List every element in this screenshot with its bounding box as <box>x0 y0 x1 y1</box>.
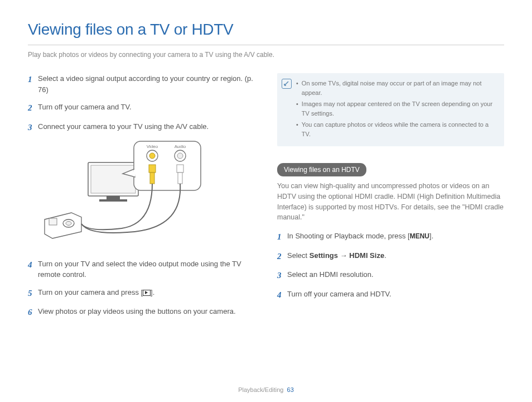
diagram-video-label: Video <box>147 144 158 149</box>
svg-rect-13 <box>150 173 154 184</box>
note-list: On some TVs, digital noise may occur or … <box>296 79 497 141</box>
step-number: 2 <box>28 102 38 114</box>
page-subtitle: Play back photos or videos by connecting… <box>28 50 504 60</box>
hdtv-step-4: 4 Turn off your camera and HDTV. <box>277 289 504 302</box>
diagram-audio-label: Audio <box>175 144 186 149</box>
step-text: View photos or play videos using the but… <box>38 306 255 319</box>
note-item: On some TVs, digital noise may occur or … <box>296 79 497 97</box>
menu-label: MENU <box>410 232 429 240</box>
hdtv-intro-text: You can view high-quality and uncompress… <box>277 181 504 223</box>
step-text: Select Settings → HDMI Size. <box>287 250 504 263</box>
av-steps: 1 Select a video signal output according… <box>28 73 255 133</box>
svg-rect-3 <box>99 199 127 202</box>
av-connection-diagram: Video Audio <box>38 140 255 250</box>
step-number: 3 <box>28 121 38 134</box>
svg-rect-14 <box>177 165 183 173</box>
step-text: Turn off your camera and TV. <box>38 102 255 114</box>
left-column: 1 Select a video signal output according… <box>28 73 255 326</box>
step-5: 5 Turn on your camera and press []. <box>28 287 255 300</box>
svg-point-11 <box>177 153 183 159</box>
svg-rect-1 <box>91 165 136 193</box>
content-columns: 1 Select a video signal output according… <box>28 73 504 326</box>
step-6: 6 View photos or play videos using the b… <box>28 306 255 319</box>
hdtv-step-1: 1 In Shooting or Playback mode, press [M… <box>277 231 504 243</box>
note-item: Images may not appear centered on the TV… <box>296 99 497 118</box>
step-text: Turn off your camera and HDTV. <box>287 289 504 302</box>
step-number: 5 <box>28 287 38 300</box>
hdtv-steps: 1 In Shooting or Playback mode, press [M… <box>277 231 504 301</box>
step-text: Select an HDMI resolution. <box>287 269 504 282</box>
title-divider <box>28 45 504 45</box>
page-title: Viewing files on a TV or HDTV <box>28 18 504 41</box>
svg-rect-12 <box>149 165 156 173</box>
playback-icon <box>143 290 151 296</box>
step-3: 3 Connect your camera to your TV using t… <box>28 121 255 134</box>
svg-rect-2 <box>107 196 120 199</box>
svg-rect-15 <box>178 173 182 184</box>
step-1: 1 Select a video signal output according… <box>28 73 255 95</box>
page-number: 63 <box>287 386 294 393</box>
av-steps-continued: 4 Turn on your TV and select the video o… <box>28 259 255 319</box>
hdtv-section-heading: Viewing files on an HDTV <box>277 163 366 176</box>
svg-rect-7 <box>134 141 201 190</box>
step-text: In Shooting or Playback mode, press [MEN… <box>287 231 504 243</box>
step-number: 3 <box>277 269 287 282</box>
svg-point-5 <box>66 222 71 226</box>
right-column: On some TVs, digital noise may occur or … <box>277 73 504 326</box>
step-text: Turn on your TV and select the video out… <box>38 259 255 280</box>
step-number: 4 <box>28 259 38 280</box>
hdtv-step-2: 2 Select Settings → HDMI Size. <box>277 250 504 263</box>
step-text: Select a video signal output according t… <box>38 73 255 95</box>
step-number: 2 <box>277 250 287 263</box>
step-number: 6 <box>28 306 38 319</box>
note-item: You can capture photos or videos while t… <box>296 120 497 138</box>
step-4: 4 Turn on your TV and select the video o… <box>28 259 255 280</box>
svg-point-9 <box>149 153 155 159</box>
page-footer: Playback/Editing 63 <box>0 385 532 395</box>
step-number: 4 <box>277 289 287 302</box>
svg-rect-6 <box>49 218 57 225</box>
note-callout: On some TVs, digital noise may occur or … <box>277 73 504 146</box>
step-number: 1 <box>28 73 38 95</box>
note-icon-wrap <box>282 79 292 141</box>
step-text: Turn on your camera and press []. <box>38 287 255 300</box>
step-number: 1 <box>277 231 287 243</box>
step-text: Connect your camera to your TV using the… <box>38 121 255 134</box>
note-icon <box>282 79 292 89</box>
hdtv-step-3: 3 Select an HDMI resolution. <box>277 269 504 282</box>
footer-section: Playback/Editing <box>238 386 283 393</box>
step-2: 2 Turn off your camera and TV. <box>28 102 255 114</box>
